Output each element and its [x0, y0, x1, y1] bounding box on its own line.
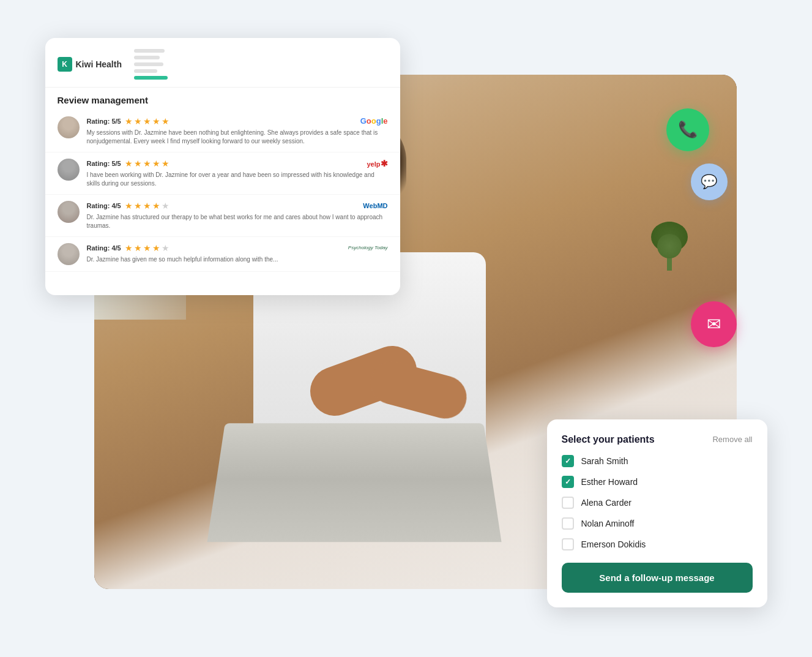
fab-phone-button[interactable]: 📞: [666, 108, 709, 151]
star-4-3: ★: [143, 243, 151, 253]
review-rating-row-3: Rating: 4/5 ★ ★ ★ ★ ★ WebMD: [87, 201, 388, 211]
review-item-4: Rating: 4/5 ★ ★ ★ ★ ★ Psychology Today D…: [45, 237, 400, 272]
rating-label-3: Rating: 4/5: [87, 202, 121, 209]
stars-3: ★ ★ ★ ★ ★: [125, 201, 169, 211]
source-psychology-today: Psychology Today: [348, 245, 388, 250]
scene: K Kiwi Health Review management Rating: …: [45, 38, 767, 620]
patient-item-emerson[interactable]: Emerson Dokidis: [562, 538, 753, 550]
source-yelp: yelp✱: [367, 159, 387, 168]
send-followup-button[interactable]: Send a follow-up message: [562, 563, 753, 593]
review-text-1: My sessions with Dr. Jazmine have been n…: [87, 129, 388, 146]
chat-icon: 💬: [701, 174, 717, 190]
kiwi-logo: K Kiwi Health: [58, 57, 122, 72]
review-content-3: Rating: 4/5 ★ ★ ★ ★ ★ WebMD Dr. Jazmine …: [87, 201, 388, 230]
patient-item-alena[interactable]: Alena Carder: [562, 497, 753, 509]
patient-name-emerson: Emerson Dokidis: [581, 539, 646, 549]
review-rating-row-4: Rating: 4/5 ★ ★ ★ ★ ★ Psychology Today: [87, 243, 388, 253]
stars-4: ★ ★ ★ ★ ★: [125, 243, 169, 253]
star-4-2: ★: [134, 243, 142, 253]
review-rating-row-1: Rating: 5/5 ★ ★ ★ ★ ★ Google: [87, 116, 388, 126]
star-3-5-empty: ★: [162, 201, 169, 211]
nav-line-1: [134, 49, 165, 53]
patient-list: Sarah Smith Esther Howard Alena Carder N…: [562, 455, 753, 550]
review-item-1: Rating: 5/5 ★ ★ ★ ★ ★ Google My sessions…: [45, 110, 400, 152]
star-3-1: ★: [125, 201, 133, 211]
patient-checkbox-alena[interactable]: [562, 497, 574, 509]
review-text-3: Dr. Jazmine has structured our therapy t…: [87, 213, 388, 230]
kiwi-icon: K: [58, 57, 72, 72]
review-content-4: Rating: 4/5 ★ ★ ★ ★ ★ Psychology Today D…: [87, 243, 388, 264]
review-card-title: Review management: [45, 88, 400, 110]
rating-label-2: Rating: 5/5: [87, 160, 121, 167]
patient-card-header: Select your patients Remove all: [562, 434, 753, 445]
patient-name-nolan: Nolan Aminoff: [581, 519, 635, 528]
source-google: Google: [360, 116, 388, 126]
nav-line-4: [134, 69, 157, 73]
patient-checkbox-sarah[interactable]: [562, 455, 574, 467]
star-1-5: ★: [162, 116, 169, 126]
review-content-2: Rating: 5/5 ★ ★ ★ ★ ★ yelp✱ I have been …: [87, 159, 388, 188]
star-3-2: ★: [134, 201, 142, 211]
patient-item-nolan[interactable]: Nolan Aminoff: [562, 517, 753, 530]
fab-email-button[interactable]: ✉: [691, 301, 737, 347]
reviewer-avatar-4: [58, 243, 80, 265]
nav-line-active: [134, 76, 168, 80]
star-1-2: ★: [134, 116, 142, 126]
star-4-1: ★: [125, 243, 133, 253]
patient-checkbox-esther[interactable]: [562, 476, 574, 488]
patient-name-alena: Alena Carder: [581, 498, 632, 508]
email-icon: ✉: [707, 314, 721, 334]
patient-selection-card: Select your patients Remove all Sarah Sm…: [547, 419, 767, 607]
stars-2: ★ ★ ★ ★ ★: [125, 159, 169, 168]
patient-item-esther[interactable]: Esther Howard: [562, 476, 753, 488]
reviewer-avatar-2: [58, 159, 80, 181]
star-2-3: ★: [143, 159, 151, 168]
nav-line-3: [134, 62, 163, 66]
nav-line-2: [134, 56, 160, 59]
star-2-5: ★: [162, 159, 169, 168]
reviewer-avatar-1: [58, 116, 80, 138]
patient-name-sarah: Sarah Smith: [581, 456, 628, 466]
fab-chat-button[interactable]: 💬: [691, 163, 728, 200]
review-item-3: Rating: 4/5 ★ ★ ★ ★ ★ WebMD Dr. Jazmine …: [45, 195, 400, 237]
star-1-4: ★: [152, 116, 160, 126]
source-webmd: WebMD: [363, 202, 387, 209]
review-text-2: I have been working with Dr. Jazmine for…: [87, 171, 388, 188]
stars-1: ★ ★ ★ ★ ★: [125, 116, 169, 126]
star-1-1: ★: [125, 116, 133, 126]
star-3-4: ★: [152, 201, 160, 211]
review-rating-row-2: Rating: 5/5 ★ ★ ★ ★ ★ yelp✱: [87, 159, 388, 168]
remove-all-button[interactable]: Remove all: [712, 435, 752, 444]
reviewer-avatar-3: [58, 201, 80, 223]
review-item-2: Rating: 5/5 ★ ★ ★ ★ ★ yelp✱ I have been …: [45, 152, 400, 195]
review-text-4: Dr. Jazmine has given me so much helpful…: [87, 255, 388, 264]
rating-label-1: Rating: 5/5: [87, 118, 121, 125]
patient-name-esther: Esther Howard: [581, 477, 638, 487]
review-card-header: K Kiwi Health: [45, 38, 400, 88]
star-1-3: ★: [143, 116, 151, 126]
patient-card-title: Select your patients: [562, 434, 655, 445]
review-content-1: Rating: 5/5 ★ ★ ★ ★ ★ Google My sessions…: [87, 116, 388, 146]
star-2-4: ★: [152, 159, 160, 168]
patient-checkbox-nolan[interactable]: [562, 517, 574, 530]
sidebar-nav-lines: [134, 49, 168, 80]
star-2-2: ★: [134, 159, 142, 168]
patient-item-sarah[interactable]: Sarah Smith: [562, 455, 753, 467]
rating-label-4: Rating: 4/5: [87, 244, 121, 252]
star-4-4: ★: [152, 243, 160, 253]
phone-icon: 📞: [678, 120, 698, 139]
patient-checkbox-emerson[interactable]: [562, 538, 574, 550]
star-2-1: ★: [125, 159, 133, 168]
star-4-5-empty: ★: [162, 243, 169, 253]
review-management-card: K Kiwi Health Review management Rating: …: [45, 38, 400, 295]
star-3-3: ★: [143, 201, 151, 211]
kiwi-brand-name: Kiwi Health: [76, 59, 122, 69]
